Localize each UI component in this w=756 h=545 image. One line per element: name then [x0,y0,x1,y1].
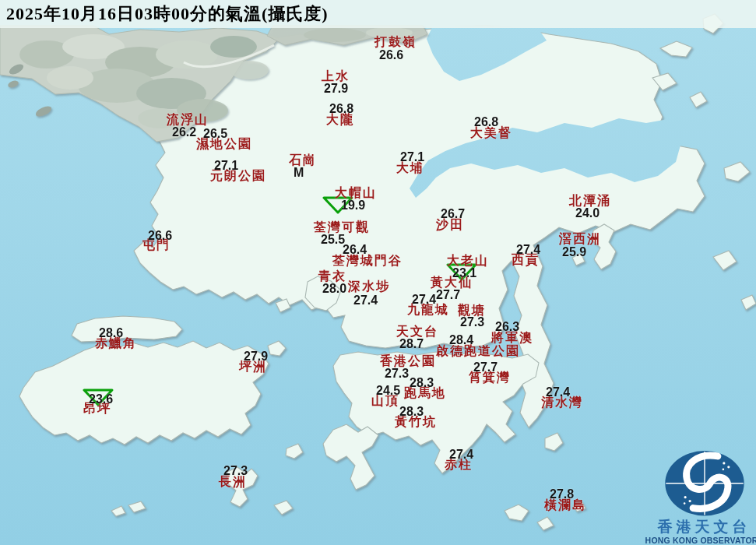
station-temp-value: 25.9 [562,246,586,258]
station-temp-value: 28.3 [399,406,424,418]
station-name-label: 大美督 [470,127,512,139]
station-name-label: 上水 [322,70,350,83]
station-name-label: 滘西洲 [559,233,601,245]
station-temp-value: 27.7 [436,289,460,301]
station-temp-value: 27.9 [324,83,348,95]
station-labels-layer: 打鼓嶺26.6上水27.9大隴26.8流浮山26.2濕地公園26.5大美督26.… [0,0,756,545]
station-name-label: 大隴 [326,114,354,126]
station-name-label: 石崗 [289,154,317,167]
station-name-label: 啟德跑道公園 [436,345,520,357]
station-temp-value: 24.5 [376,385,400,397]
station-temp-value: M [294,167,304,179]
station-temp-value: 28.4 [449,334,473,346]
station-temp-value: 27.4 [353,294,378,307]
temperature-map-screen: 2025年10月16日03時00分的氣溫(攝氏度) 打鼓嶺26.6上水27.9大… [0,0,756,545]
station-temp-value: 26.7 [441,208,465,220]
station-name-label: 橫瀾島 [544,499,586,512]
station-name-label: 天文台 [396,325,438,338]
station-temp-value: 27.9 [244,350,268,363]
station-temp-value: 28.0 [322,283,346,295]
hko-logo: 香港天文台 HONG KONG OBSERVATORY [652,449,756,544]
station-name-label: 流浮山 [167,114,209,126]
station-name-label: 青衣 [318,270,346,283]
station-name-label: 香港公園 [380,355,436,367]
station-temp-value: 27.7 [473,361,498,374]
station-temp-value: 28.6 [99,327,123,339]
station-temp-value: 26.2 [172,126,196,139]
title-bar: 2025年10月16日03時00分的氣溫(攝氏度) [0,0,756,28]
hko-logo-name-zh: 香港天文台 [658,519,751,534]
station-temp-value: 26.6 [148,230,172,242]
station-temp-value: 26.5 [203,128,227,140]
station-name-label: 長洲 [219,476,247,488]
station-temp-value: 27.4 [449,448,473,461]
station-name-label: 將軍澳 [491,332,533,344]
station-temp-value: 26.4 [343,244,367,256]
station-temp-value: 26.6 [379,49,403,62]
station-temp-value: 27.3 [460,316,484,329]
station-temp-value: 27.4 [412,294,436,306]
station-temp-value: 27.8 [550,488,574,501]
station-name-label: 荃灣城門谷 [332,255,403,267]
hko-logo-name-en: HONG KONG OBSERVATORY [645,536,756,545]
station-temp-value: 27.3 [223,465,248,477]
station-temp-value: 27.1 [400,151,424,164]
station-name-label: 荃灣可觀 [314,221,370,234]
station-name-label: 深水埗 [348,280,390,293]
station-temp-value: 27.1 [214,160,238,172]
station-temp-value: 26.8 [329,103,353,115]
station-temp-value: 26.8 [474,116,498,128]
station-name-label: 大老山 [447,255,489,267]
station-temp-value: 27.3 [385,367,409,380]
hko-logo-icon [662,449,747,518]
map-title: 2025年10月16日03時00分的氣溫(攝氏度) [0,2,329,26]
station-temp-value: 24.0 [575,207,600,220]
station-temp-value: 19.9 [341,199,365,212]
station-temp-value: 25.5 [321,234,345,246]
station-name-label: 黃大仙 [431,276,473,289]
station-temp-value: 26.3 [495,321,519,333]
station-temp-value: 28.3 [410,377,434,389]
station-name-label: 沙田 [436,219,464,231]
station-temp-value: 28.7 [399,338,424,350]
station-name-label: 北潭涌 [569,195,611,207]
station-temp-value: 27.4 [516,244,540,256]
station-temp-value: 27.4 [546,386,570,399]
station-name-label: 大帽山 [335,187,377,199]
station-temp-value: 23.6 [89,393,113,406]
station-name-label: 打鼓嶺 [374,36,417,48]
station-name-label: 大埔 [396,162,424,174]
